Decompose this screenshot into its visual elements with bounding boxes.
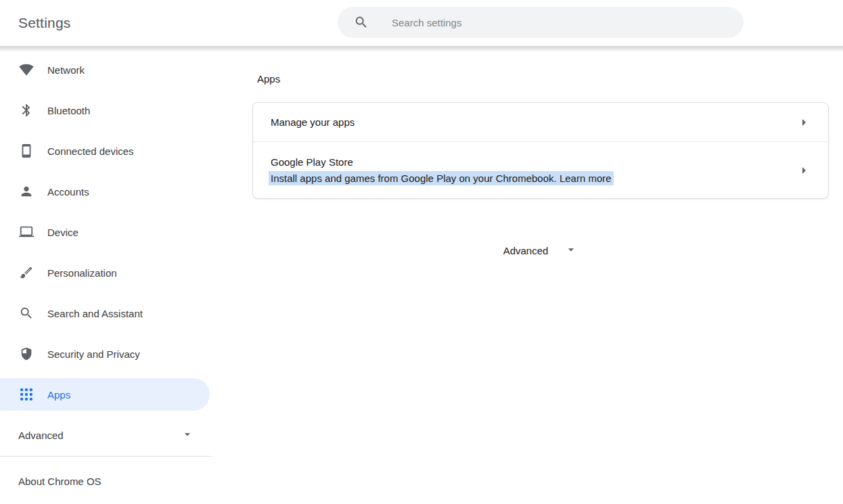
about-label: About Chrome OS xyxy=(18,476,101,487)
sidebar-advanced-toggle[interactable]: Advanced xyxy=(0,419,212,451)
sidebar-item-label: Personalization xyxy=(47,267,117,279)
sidebar-item-label: Network xyxy=(47,64,85,76)
advanced-label: Advanced xyxy=(503,245,549,256)
main-content: Apps Manage your apps Google Play Store … xyxy=(212,46,843,504)
apps-settings-card: Manage your apps Google Play Store Insta… xyxy=(252,102,829,199)
search-input[interactable] xyxy=(392,17,744,28)
sidebar-advanced-label: Advanced xyxy=(18,430,64,441)
bluetooth-icon xyxy=(19,103,34,118)
sidebar-item-label: Device xyxy=(47,227,78,238)
app-title: Settings xyxy=(18,15,70,31)
row-title: Google Play Store xyxy=(271,156,796,168)
subpage-arrow-icon xyxy=(796,162,812,179)
search-icon xyxy=(354,15,369,30)
sidebar-item-label: Connected devices xyxy=(47,145,134,157)
chevron-down-icon xyxy=(564,243,578,258)
brush-icon xyxy=(19,265,34,280)
sidebar: Network Bluetooth Connected devices Acco… xyxy=(0,46,212,504)
sidebar-item-network[interactable]: Network xyxy=(0,53,210,86)
sidebar-item-personalization[interactable]: Personalization xyxy=(0,256,210,289)
sidebar-item-label: Security and Privacy xyxy=(47,348,140,360)
sidebar-item-label: Search and Assistant xyxy=(47,308,143,319)
google-play-store-row[interactable]: Google Play Store Install apps and games… xyxy=(253,142,828,198)
sidebar-item-apps[interactable]: Apps xyxy=(0,378,210,411)
advanced-section-toggle[interactable]: Advanced xyxy=(252,235,829,266)
sidebar-item-search-and-assistant[interactable]: Search and Assistant xyxy=(0,297,210,329)
selected-text-highlight: Install apps and games from Google Play … xyxy=(269,171,614,185)
shield-icon xyxy=(19,346,34,361)
sidebar-item-label: Accounts xyxy=(47,186,89,198)
laptop-icon xyxy=(19,225,34,239)
person-icon xyxy=(19,184,34,199)
sidebar-item-connected-devices[interactable]: Connected devices xyxy=(0,135,210,167)
chevron-down-icon xyxy=(181,428,194,443)
header: Settings xyxy=(0,0,843,46)
sidebar-item-device[interactable]: Device xyxy=(0,216,210,248)
apps-grid-icon xyxy=(19,387,34,402)
search-box[interactable] xyxy=(338,7,744,38)
page-title: Apps xyxy=(257,73,829,85)
wifi-icon xyxy=(19,62,34,77)
sidebar-item-security-and-privacy[interactable]: Security and Privacy xyxy=(0,338,210,370)
sidebar-item-label: Bluetooth xyxy=(47,105,90,116)
header-scroll-shadow xyxy=(0,46,843,52)
row-subtitle: Install apps and games from Google Play … xyxy=(271,173,796,184)
manage-your-apps-row[interactable]: Manage your apps xyxy=(253,103,828,141)
subpage-arrow-icon xyxy=(796,114,812,131)
sidebar-item-label: Apps xyxy=(47,389,70,400)
smartphone-icon xyxy=(19,143,34,158)
search-icon xyxy=(19,306,34,321)
row-title: Manage your apps xyxy=(271,116,796,128)
sidebar-item-about-chrome-os[interactable]: About Chrome OS xyxy=(0,457,212,504)
sidebar-item-accounts[interactable]: Accounts xyxy=(0,175,210,208)
sidebar-item-bluetooth[interactable]: Bluetooth xyxy=(0,94,210,127)
